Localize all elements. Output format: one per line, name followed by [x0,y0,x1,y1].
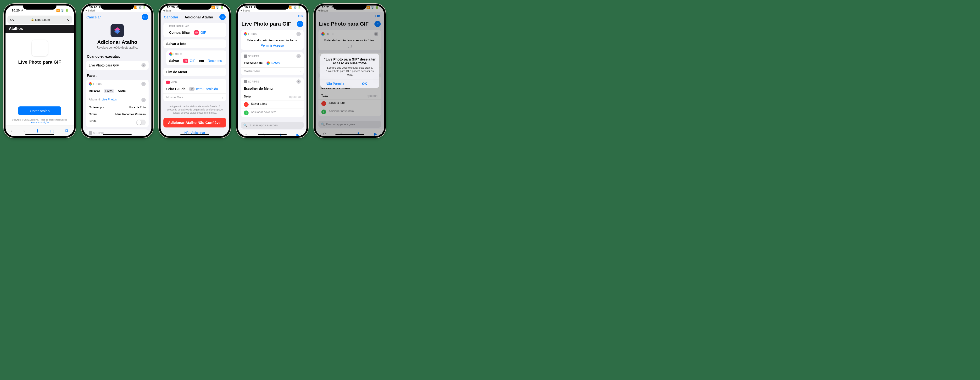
card-header-fotos: FOTOS ✕ [86,80,149,87]
menu-item-salvar[interactable]: Salvar a foto [164,40,226,48]
clock: 10:20 ↗ [12,9,23,12]
permission-dim: “Live Photo para GIF” deseja ter acesso … [316,5,384,136]
card-header-midia: MÍDIA [164,79,226,84]
action-save-photo: FOTOS Salvar ◎GIF em Recentes [166,51,226,65]
gif-pill: ◎ [194,30,199,35]
remove-item-icon[interactable]: – [244,102,248,107]
scripts-icon [244,54,247,58]
show-more-row[interactable]: Mostrar Mais› [241,68,304,75]
terms-link[interactable]: Termos e condições [30,121,49,124]
limit-row[interactable]: Limite [86,118,149,127]
action-share: COMPARTILHAR Compartilhar ◎GIF [164,23,226,37]
show-more-row[interactable]: Mostrar Mais› [164,94,226,101]
share-row[interactable]: Compartilhar ◎GIF [164,28,226,37]
cancel-button[interactable]: Cancelar [164,15,178,19]
sheet-nav: Cancelar Adicionar Atalho ••• [161,12,229,22]
add-untrusted-button[interactable]: Adicionar Atalho Não Confiável [164,118,226,127]
address-bar[interactable]: ᴀA 🔒icloud.com ↻ [7,16,72,24]
more-button[interactable]: ••• [297,21,303,27]
texto-row[interactable]: Textoopcional [241,93,304,100]
clock: 10:20 ↗ [167,5,178,9]
media-icon [166,81,170,84]
order-row[interactable]: OrdemMais Recentes Primeiro [86,111,149,118]
alert-deny-button[interactable]: Não Permitir [320,79,350,88]
sheet-subtitle: Reveja o conteúdo deste atalho. [83,46,151,49]
home-indicator[interactable] [103,134,132,135]
back-icon[interactable]: ‹ [11,129,13,134]
home-indicator[interactable] [180,134,209,135]
scripts-icon [89,131,92,135]
remove-filter-icon[interactable]: – [142,98,146,102]
forward-icon[interactable]: › [24,129,25,134]
editor-scroll[interactable]: FOTOS ✕ Este atalho não tem acesso às fo… [238,29,307,120]
ok-button[interactable]: OK [298,14,303,18]
search-photos-row[interactable]: Buscar Fotos onde [86,87,149,96]
when-section-label: Quando eu executar: [83,53,151,60]
menu-item-salvar[interactable]: –Salvar a foto [241,100,304,108]
footer-text: Copyright © 2021 Apple Inc. Todos os dir… [5,119,74,124]
tabs-icon[interactable]: ⧉ [65,129,68,134]
home-indicator[interactable] [25,134,54,135]
limit-toggle[interactable] [136,119,146,125]
bookmarks-icon[interactable]: ▢ [50,129,54,134]
run-icon[interactable]: ▶ [296,132,299,136]
phone-3: 10:20 ↗ 📶 📡 🔋 Safari Cancelar Adicionar … [159,4,231,138]
notch [333,4,366,10]
clock: 10:20 ↗ [89,5,101,9]
home-indicator[interactable] [258,134,286,135]
more-button[interactable]: ••• [220,14,226,20]
get-shortcut-button[interactable]: Obter atalho [18,107,61,115]
sort-by-row[interactable]: Ordenar porHora da Foto [86,104,149,111]
search-icon: 🔍 [243,123,247,127]
actions-scroll[interactable]: COMPARTILHAR Compartilhar ◎GIF Salvar a … [161,22,229,136]
photos-icon [267,62,270,65]
security-disclaimer: A Apple não revisa atalhos de fora da Ga… [161,103,229,116]
actions-scroll[interactable]: Quando eu executar: Live Photo para GIF … [83,53,151,136]
trigger-row[interactable]: Live Photo para GIF ✕ [86,61,149,70]
sheet-title: Adicionar Atalho [185,15,213,19]
add-item-row[interactable]: +Adicionar novo item [241,108,304,117]
shortcut-name: Live Photo para GIF [18,60,61,65]
shortcut-preview: Live Photo para GIF Obter atalho Copyrig… [5,33,74,126]
editor-toolbar: ↶ ↷ ⬆︎ ▶ [238,130,307,136]
alert-ok-button[interactable]: OK [350,79,379,88]
access-card-photos: FOTOS ✕ Este atalho não tem acesso às fo… [241,30,304,50]
trigger-card: Live Photo para GIF ✕ [86,61,149,70]
scripts-icon [244,80,247,83]
allow-access-button[interactable]: Permitir Acesso [241,42,304,50]
url-domain[interactable]: 🔒icloud.com [14,18,67,22]
notch [256,4,289,10]
phone-5: 10:21 ↗ 📶 📡 🔋 Busca OK Live Photo para G… [314,4,386,138]
remove-icon[interactable]: ✕ [296,32,301,36]
reload-button[interactable]: ↻ [67,18,70,22]
card-header-scripts: SCRIPTS ✕ [241,78,304,84]
choose-menu-row[interactable]: Escolher do Menu [241,84,304,93]
cancel-button[interactable]: Cancelar [86,15,101,19]
choose-from-row[interactable]: Escolher de Fotos [241,59,304,68]
notch [23,4,56,10]
remove-action-icon[interactable]: ✕ [142,82,146,86]
clear-icon[interactable]: ✕ [142,63,146,67]
save-row[interactable]: Salvar ◎GIF em Recentes [166,56,226,65]
shortcut-title: Live Photo para GIF [242,21,291,27]
notch [178,4,212,10]
lock-icon: 🔒 [31,18,34,21]
album-row[interactable]: Álbum é Live Photos – [86,96,149,104]
remove-icon[interactable]: ✕ [296,79,301,84]
card-header-fotos: FOTOS [166,51,226,56]
search-input[interactable]: 🔍Buscar apps e ações [241,122,304,129]
sheet-nav: Cancelar ••• [83,12,151,22]
editor-header: Live Photo para GIF ••• [238,20,307,29]
shortcut-editor: OK Live Photo para GIF ••• FOTOS ✕ Este … [238,12,307,136]
create-gif-row[interactable]: Criar GIF de ◎Item Escolhido [164,84,226,94]
text-size-button[interactable]: ᴀA [10,18,14,22]
home-indicator[interactable] [336,134,364,135]
more-button[interactable]: ••• [142,14,148,20]
add-item-icon[interactable]: + [244,110,248,115]
status-icons: 📶 📡 🔋 [211,6,224,9]
share-icon[interactable]: ⬆︎ [36,129,39,134]
editor-nav: OK [238,12,307,20]
status-icons: 📶 📡 🔋 [134,6,146,9]
undo-icon[interactable]: ↶ [245,132,248,136]
remove-icon[interactable]: ✕ [296,54,301,58]
